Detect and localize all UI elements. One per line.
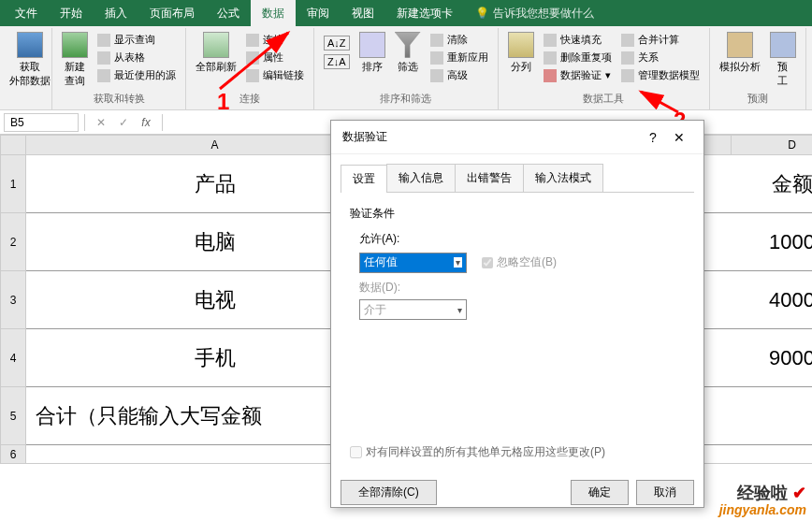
col-header-d[interactable]: D bbox=[732, 135, 812, 155]
filter-button[interactable]: 筛选 bbox=[391, 30, 425, 76]
row-header[interactable]: 4 bbox=[0, 329, 26, 387]
get-external-data-button[interactable]: 获取 外部数据 bbox=[6, 30, 54, 90]
reapply-icon bbox=[430, 51, 443, 65]
apply-same-checkbox bbox=[350, 446, 362, 458]
ignore-blank-label: 忽略空值(B) bbox=[497, 254, 557, 270]
table-icon bbox=[97, 34, 110, 47]
refresh-icon bbox=[203, 32, 229, 58]
dialog-tab-input-msg[interactable]: 输入信息 bbox=[386, 164, 456, 192]
link-icon bbox=[246, 34, 259, 47]
cell[interactable] bbox=[732, 445, 812, 464]
database-icon bbox=[17, 32, 43, 58]
dialog-close-button[interactable]: ✕ bbox=[666, 130, 692, 145]
sort-az-button[interactable]: A↓Z Z↓A bbox=[320, 30, 354, 71]
allow-dropdown[interactable]: 任何值▾ bbox=[359, 253, 467, 273]
cell[interactable]: 9000 bbox=[732, 329, 812, 387]
confirm-input-button[interactable]: ✓ bbox=[113, 113, 134, 132]
consolidate-icon bbox=[621, 34, 634, 47]
advanced-filter-button[interactable]: 高级 bbox=[428, 67, 490, 83]
whatif-button[interactable]: 模拟分析 bbox=[716, 30, 764, 76]
az-icon: A↓Z bbox=[324, 36, 350, 51]
row-header[interactable]: 1 bbox=[0, 155, 26, 213]
dialog-help-button[interactable]: ? bbox=[640, 130, 666, 145]
forecast-sheet-button[interactable]: 预 工 bbox=[766, 30, 800, 90]
remove-duplicates-button[interactable]: 删除重复项 bbox=[542, 50, 614, 65]
sort-button[interactable]: 排序 bbox=[355, 30, 389, 76]
dialog-body: 验证条件 允许(A): 任何值▾ 忽略空值(B) 数据(D): 介于▾ 对有同样… bbox=[341, 192, 694, 472]
fx-button[interactable]: fx bbox=[136, 113, 156, 132]
from-table-button[interactable]: 从表格 bbox=[95, 50, 178, 65]
tab-formulas[interactable]: 公式 bbox=[206, 0, 251, 26]
row-header[interactable]: 6 bbox=[0, 445, 26, 464]
model-icon bbox=[621, 69, 634, 82]
check-icon: ✔ bbox=[792, 484, 806, 502]
tab-data[interactable]: 数据 bbox=[251, 0, 296, 26]
tab-home[interactable]: 开始 bbox=[49, 0, 94, 26]
connections-button[interactable]: 连接 bbox=[244, 32, 306, 48]
cancel-button[interactable]: 取消 bbox=[636, 480, 694, 505]
dialog-footer: 全部清除(C) 确定 取消 bbox=[331, 472, 703, 513]
tab-view[interactable]: 视图 bbox=[341, 0, 385, 26]
lightbulb-icon: 💡 bbox=[475, 7, 489, 20]
allow-label: 允许(A): bbox=[359, 231, 685, 247]
ribbon: 获取 外部数据 新建 查询 显示查询 从表格 最近使用的源 获取和转换 全部刷新 bbox=[0, 26, 812, 110]
clear-filter-button[interactable]: 清除 bbox=[428, 32, 490, 48]
tab-file[interactable]: 文件 bbox=[4, 0, 49, 26]
name-box[interactable]: B5 bbox=[4, 113, 79, 132]
reapply-button[interactable]: 重新应用 bbox=[428, 50, 490, 65]
ok-button[interactable]: 确定 bbox=[571, 480, 629, 505]
text-to-columns-button[interactable]: 分列 bbox=[504, 30, 538, 76]
group-get-transform: 新建 查询 显示查询 从表格 最近使用的源 获取和转换 bbox=[52, 28, 186, 109]
row-header[interactable]: 2 bbox=[0, 213, 26, 271]
relation-icon bbox=[621, 51, 634, 65]
show-queries-button[interactable]: 显示查询 bbox=[95, 32, 178, 48]
group-external-data: 获取 外部数据 bbox=[0, 28, 52, 109]
properties-button[interactable]: 属性 bbox=[244, 50, 306, 65]
advanced-icon bbox=[430, 69, 443, 82]
data-label: 数据(D): bbox=[359, 280, 685, 296]
cell[interactable]: 1000 bbox=[732, 213, 812, 271]
group-connections: 全部刷新 连接 属性 编辑链接 连接 bbox=[186, 28, 314, 109]
flash-fill-button[interactable]: 快速填充 bbox=[542, 32, 614, 48]
group-label: 连接 bbox=[192, 90, 308, 108]
cell[interactable]: 金额 bbox=[732, 155, 812, 213]
sort-icon bbox=[359, 32, 385, 58]
annotation-label-1: 1 bbox=[217, 89, 229, 115]
validation-icon bbox=[544, 69, 557, 82]
dialog-tab-error-alert[interactable]: 出错警告 bbox=[455, 164, 524, 192]
data-model-button[interactable]: 管理数据模型 bbox=[619, 67, 702, 83]
row-header[interactable]: 3 bbox=[0, 271, 26, 329]
dialog-tab-settings[interactable]: 设置 bbox=[341, 165, 387, 193]
new-query-button[interactable]: 新建 查询 bbox=[58, 30, 92, 90]
relationships-button[interactable]: 关系 bbox=[619, 50, 702, 65]
tell-me-text: 告诉我您想要做什么 bbox=[493, 6, 594, 22]
grid-icon bbox=[97, 51, 110, 65]
dialog-tab-ime[interactable]: 输入法模式 bbox=[523, 164, 603, 192]
dialog-titlebar[interactable]: 数据验证 ? ✕ bbox=[331, 121, 703, 154]
group-label: 数据工具 bbox=[504, 90, 703, 108]
tab-insert[interactable]: 插入 bbox=[94, 0, 138, 26]
consolidate-button[interactable]: 合并计算 bbox=[619, 32, 702, 48]
recent-sources-button[interactable]: 最近使用的源 bbox=[95, 67, 178, 83]
tab-review[interactable]: 审阅 bbox=[296, 0, 341, 26]
tell-me[interactable]: 💡 告诉我您想要做什么 bbox=[475, 6, 594, 22]
data-validation-button[interactable]: 数据验证 ▾ bbox=[542, 67, 614, 83]
flash-icon bbox=[544, 34, 557, 47]
row-header[interactable]: 5 bbox=[0, 387, 26, 445]
clear-icon bbox=[430, 34, 443, 47]
cell[interactable] bbox=[732, 387, 812, 445]
cell[interactable]: 4000 bbox=[732, 271, 812, 329]
select-all-corner[interactable] bbox=[0, 135, 26, 155]
dialog-title-text: 数据验证 bbox=[342, 129, 640, 145]
refresh-all-button[interactable]: 全部刷新 bbox=[192, 30, 240, 76]
funnel-icon bbox=[395, 32, 421, 58]
chevron-down-icon: ▾ bbox=[454, 257, 462, 268]
apply-same-label: 对有同样设置的所有其他单元格应用这些更改(P) bbox=[366, 444, 605, 460]
clear-all-button[interactable]: 全部清除(C) bbox=[341, 480, 437, 505]
group-label: 获取和转换 bbox=[58, 90, 180, 108]
cancel-input-button[interactable]: ✕ bbox=[91, 113, 111, 132]
tab-new[interactable]: 新建选项卡 bbox=[385, 0, 464, 26]
edit-link-icon bbox=[246, 69, 259, 82]
tab-layout[interactable]: 页面布局 bbox=[138, 0, 206, 26]
edit-links-button[interactable]: 编辑链接 bbox=[244, 67, 306, 83]
